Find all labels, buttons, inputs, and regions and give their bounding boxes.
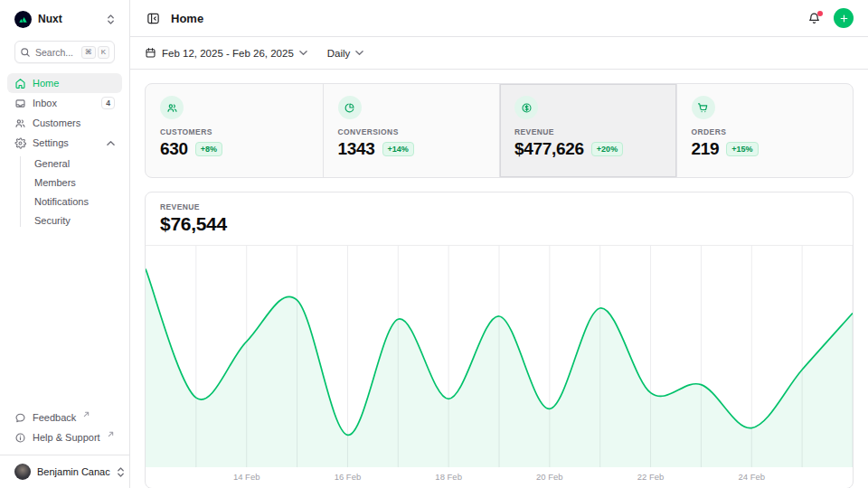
dashboard-content: CUSTOMERS 630 +8% CONVERSIONS 1343 +14% (130, 70, 868, 488)
sidebar-item-label: Feedback (33, 412, 76, 423)
sidebar-item-settings[interactable]: Settings (7, 133, 122, 153)
chevron-up-down-icon (117, 466, 125, 478)
inbox-icon (14, 98, 26, 109)
settings-subnav: General Members Notifications Security (7, 154, 122, 230)
granularity-value: Daily (327, 48, 351, 59)
workspace-switcher[interactable]: Nuxt (7, 9, 122, 29)
sidebar-nav: Home Inbox 4 Customers Settings (7, 73, 122, 230)
x-tick-label: 16 Feb (335, 472, 362, 482)
area-chart (146, 246, 853, 467)
external-link-icon (83, 411, 90, 418)
sidebar-item-label: Inbox (33, 98, 57, 108)
user-name: Benjamin Canac (37, 466, 110, 477)
sidebar-item-customers[interactable]: Customers (7, 113, 122, 133)
delta-badge: +8% (195, 142, 222, 156)
search-icon (20, 47, 31, 58)
sub-item-label: Security (34, 215, 71, 226)
stat-label: CONVERSIONS (338, 127, 486, 136)
sidebar-item-inbox[interactable]: Inbox 4 (7, 93, 122, 113)
kbd-k: K (98, 46, 109, 59)
dollar-circle-icon (514, 96, 538, 119)
filters-toolbar: Feb 12, 2025 - Feb 26, 2025 Daily (130, 37, 868, 70)
x-tick-label: 14 Feb (233, 472, 260, 482)
revenue-plot[interactable] (146, 246, 853, 467)
stat-label: CUSTOMERS (160, 127, 308, 136)
chevron-up-icon (107, 139, 115, 147)
sidebar-footer-nav: Feedback Help & Support (7, 408, 122, 447)
cart-icon (692, 96, 715, 119)
app-window: Nuxt Search... ⌘ K Home (0, 0, 868, 488)
stat-label: ORDERS (692, 127, 839, 136)
revenue-chart-card: REVENUE $76,544 14 Feb16 Feb18 Feb20 Feb… (145, 192, 854, 488)
user-menu[interactable]: Benjamin Canac (0, 455, 129, 488)
page-header: Home (130, 0, 868, 37)
inbox-count-badge: 4 (101, 97, 115, 109)
stat-card-orders[interactable]: ORDERS 219 +15% (676, 84, 854, 177)
stat-label: REVENUE (514, 127, 662, 136)
stat-card-customers[interactable]: CUSTOMERS 630 +8% (146, 84, 323, 177)
users-icon (160, 96, 184, 119)
chevron-down-icon (299, 49, 307, 57)
chevron-up-down-icon (107, 14, 115, 25)
sidebar: Nuxt Search... ⌘ K Home (0, 0, 130, 488)
sidebar-item-notifications[interactable]: Notifications (27, 192, 122, 211)
nuxt-logo (14, 11, 32, 28)
date-range-picker[interactable]: Feb 12, 2025 - Feb 26, 2025 (145, 47, 307, 59)
stat-value: 1343 (338, 139, 375, 159)
users-icon (14, 117, 26, 129)
notifications-button[interactable] (806, 10, 823, 27)
page-title: Home (171, 12, 203, 25)
delta-badge: +14% (382, 142, 414, 156)
sidebar-item-label: Customers (33, 117, 80, 128)
delta-badge: +20% (591, 142, 623, 156)
sub-item-label: Members (34, 177, 76, 188)
delta-badge: +15% (726, 142, 758, 156)
kbd-cmd: ⌘ (81, 46, 96, 59)
sidebar-item-help-support[interactable]: Help & Support (7, 427, 122, 447)
home-icon (14, 78, 26, 89)
gear-icon (14, 137, 26, 149)
workspace-name: Nuxt (38, 13, 62, 25)
calendar-icon (145, 47, 156, 59)
x-tick-label: 22 Feb (637, 472, 665, 482)
stat-card-revenue[interactable]: REVENUE $477,626 +20% (499, 84, 676, 177)
sidebar-item-label: Settings (33, 137, 69, 148)
stat-card-conversions[interactable]: CONVERSIONS 1343 +14% (323, 84, 500, 177)
chat-bubble-icon (14, 412, 26, 424)
pie-chart-icon (338, 96, 362, 119)
stat-value: $477,626 (514, 139, 584, 159)
sub-item-label: General (34, 158, 70, 169)
stat-value: 630 (160, 139, 188, 159)
avatar (14, 464, 31, 480)
x-tick-label: 24 Feb (738, 472, 765, 482)
chart-big-value: $76,544 (160, 213, 838, 235)
stat-value: 219 (692, 139, 720, 159)
search-input[interactable]: Search... ⌘ K (14, 41, 115, 63)
info-circle-icon (14, 432, 26, 444)
search-shortcut: ⌘ K (81, 46, 109, 59)
search-placeholder: Search... (35, 47, 73, 58)
x-tick-label: 20 Feb (536, 472, 563, 482)
x-tick-label: 18 Feb (435, 472, 462, 482)
granularity-select[interactable]: Daily (327, 48, 364, 59)
sidebar-collapse-button[interactable] (145, 10, 162, 27)
sidebar-item-home[interactable]: Home (7, 73, 122, 93)
chevron-down-icon (355, 49, 363, 57)
notification-dot (817, 11, 823, 16)
chart-title: REVENUE (160, 202, 838, 211)
sidebar-item-label: Help & Support (33, 432, 100, 443)
sidebar-item-members[interactable]: Members (27, 173, 122, 192)
chart-header: REVENUE $76,544 (146, 192, 853, 246)
sidebar-item-security[interactable]: Security (27, 211, 122, 230)
external-link-icon (108, 431, 114, 437)
sub-item-label: Notifications (34, 196, 89, 207)
stats-row: CUSTOMERS 630 +8% CONVERSIONS 1343 +14% (145, 83, 854, 178)
sidebar-item-general[interactable]: General (27, 154, 122, 173)
date-range-value: Feb 12, 2025 - Feb 26, 2025 (162, 48, 294, 59)
main-panel: Home Feb 12, 2025 - Feb 26, 2025 (130, 0, 868, 488)
add-button[interactable] (834, 8, 854, 28)
sidebar-item-feedback[interactable]: Feedback (7, 408, 122, 427)
sidebar-item-label: Home (33, 78, 59, 89)
x-axis-labels: 14 Feb16 Feb18 Feb20 Feb22 Feb24 Feb (146, 467, 853, 488)
